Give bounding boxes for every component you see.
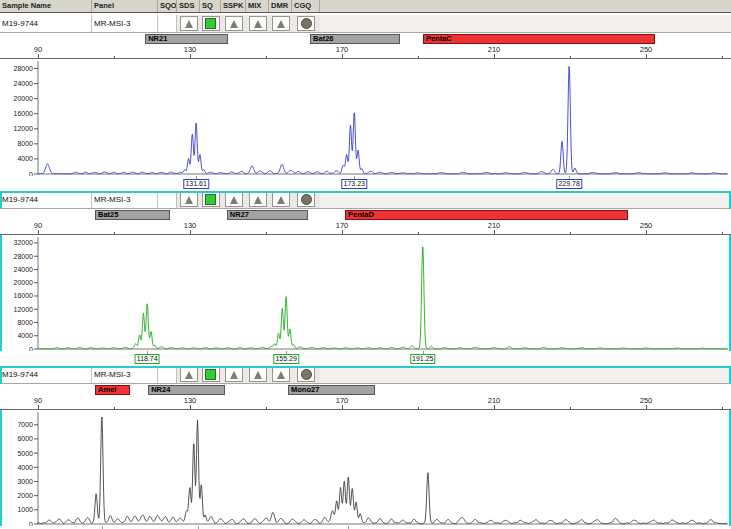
axis-tick-label: 250 (640, 221, 653, 230)
peak-size-label[interactable]: 173.23 (342, 179, 367, 189)
warning-triangle-icon (185, 196, 193, 204)
col-cgq: CGQ (292, 0, 320, 12)
svg-text:24000: 24000 (14, 80, 34, 87)
marker-row: Bat25NR27PentaD (0, 209, 731, 221)
marker-bar-bat26[interactable]: Bat26 (310, 34, 400, 44)
green-square-icon (205, 194, 216, 205)
row-filler (320, 191, 731, 208)
col-mix: MIX (246, 0, 269, 12)
warning-triangle-icon (277, 196, 285, 204)
sspk-flag-icon[interactable] (225, 16, 243, 31)
sample-row[interactable]: M19-9744 MR-MSI-3 (0, 15, 731, 33)
peak-label-row: 131.61173.23229.78 (0, 176, 731, 191)
axis-tick (38, 405, 39, 409)
svg-text:20000: 20000 (14, 279, 34, 286)
peak-size-label[interactable]: 229.78 (556, 179, 581, 189)
axis-tick-label: 210 (488, 396, 501, 405)
mix-flag-icon[interactable] (249, 367, 267, 382)
svg-text:4000: 4000 (17, 464, 33, 471)
cgq-flag-icon[interactable] (297, 192, 315, 207)
marker-bar-bat25[interactable]: Bat25 (95, 210, 170, 220)
sspk-flag-icon[interactable] (225, 367, 243, 382)
cgq-flag-icon[interactable] (297, 16, 315, 31)
marker-bar-pentac[interactable]: PentaC (423, 34, 655, 44)
sq-flag-icon[interactable] (202, 367, 220, 382)
axis-tick-label: 90 (34, 45, 42, 54)
warning-triangle-icon (230, 371, 238, 379)
sqo-cell (158, 15, 177, 32)
axis-tick (646, 54, 647, 58)
panel-name-cell: MR-MSI-3 (92, 366, 158, 383)
electropherogram-chart-blue[interactable]: 0400080001200016000200002400028000 (0, 59, 731, 176)
axis-tick (646, 405, 647, 409)
sample-row[interactable]: M19-9744 MR-MSI-3 (0, 366, 731, 384)
svg-text:28000: 28000 (14, 65, 34, 72)
mix-flag-icon[interactable] (249, 16, 267, 31)
sqo-cell (158, 191, 177, 208)
dmr-flag-icon[interactable] (272, 367, 290, 382)
axis-minor-tick (722, 407, 723, 409)
svg-text:12000: 12000 (14, 306, 34, 313)
axis-tick (342, 54, 343, 58)
axis-minor-tick (266, 56, 267, 58)
axis-minor-tick (266, 407, 267, 409)
electropherogram-chart-green[interactable]: 040008000120001600020000240002800032000 (0, 235, 731, 351)
peak-size-label[interactable]: 191.25 (410, 354, 435, 364)
col-filler (320, 0, 731, 12)
svg-text:8000: 8000 (17, 140, 33, 147)
axis-tick-label: 130 (184, 396, 197, 405)
sample-name-cell: M19-9744 (0, 366, 92, 383)
marker-bar-nr21[interactable]: NR21 (145, 34, 228, 44)
marker-bar-amel[interactable]: Amel (95, 385, 130, 395)
marker-bar-nr24[interactable]: NR24 (148, 385, 225, 395)
col-sqo: SQO (158, 0, 177, 12)
row-filler (320, 366, 731, 383)
axis-tick-label: 130 (184, 221, 197, 230)
svg-text:1000: 1000 (17, 506, 33, 513)
col-sds: SDS (177, 0, 200, 12)
svg-text:16000: 16000 (14, 110, 34, 117)
axis-tick-label: 170 (336, 221, 349, 230)
dmr-flag-icon[interactable] (272, 192, 290, 207)
electropherogram-chart-black[interactable]: 01000200030004000500060007000 (0, 410, 731, 526)
sample-panel-3: M19-9744 MR-MSI-3 AmelNR24Mono27 9013017… (0, 366, 731, 529)
axis-tick (190, 54, 191, 58)
axis-tick-label: 170 (336, 45, 349, 54)
svg-text:24000: 24000 (14, 266, 34, 273)
axis-tick-label: 130 (184, 45, 197, 54)
sq-flag-icon[interactable] (202, 16, 220, 31)
sds-flag-icon[interactable] (180, 192, 198, 207)
sspk-flag-icon[interactable] (225, 192, 243, 207)
axis-tick-label: 250 (640, 396, 653, 405)
table-column-header: Sample Name Panel SQO SDS SQ SSPK MIX DM… (0, 0, 731, 13)
col-sample-name: Sample Name (0, 0, 92, 12)
axis-tick-label: 250 (640, 45, 653, 54)
axis-tick (190, 230, 191, 234)
svg-text:2000: 2000 (17, 492, 33, 499)
axis-minor-tick (418, 232, 419, 234)
sample-name-cell: M19-9744 (0, 191, 92, 208)
size-ruler: 90130170210250 (0, 221, 731, 235)
marker-row: NR21Bat26PentaC (0, 33, 731, 45)
axis-minor-tick (570, 232, 571, 234)
peak-size-label[interactable]: 118.74 (135, 354, 160, 364)
mix-flag-icon[interactable] (249, 192, 267, 207)
marker-bar-pentad[interactable]: PentaD (345, 210, 628, 220)
axis-minor-tick (722, 232, 723, 234)
axis-minor-tick (722, 56, 723, 58)
panel-name-cell: MR-MSI-3 (92, 191, 158, 208)
dmr-flag-icon[interactable] (272, 16, 290, 31)
sample-row[interactable]: M19-9744 MR-MSI-3 (0, 191, 731, 209)
sq-flag-icon[interactable] (202, 192, 220, 207)
sample-panel-2: M19-9744 MR-MSI-3 Bat25NR27PentaD 901301… (0, 191, 731, 366)
gray-circle-icon (301, 369, 312, 380)
axis-tick (190, 405, 191, 409)
peak-size-label[interactable]: 131.61 (183, 179, 208, 189)
cgq-flag-icon[interactable] (297, 367, 315, 382)
peak-size-label[interactable]: 155.29 (273, 354, 298, 364)
marker-bar-nr27[interactable]: NR27 (227, 210, 308, 220)
sds-flag-icon[interactable] (180, 367, 198, 382)
warning-triangle-icon (230, 196, 238, 204)
marker-bar-mono27[interactable]: Mono27 (288, 385, 375, 395)
sds-flag-icon[interactable] (180, 16, 198, 31)
